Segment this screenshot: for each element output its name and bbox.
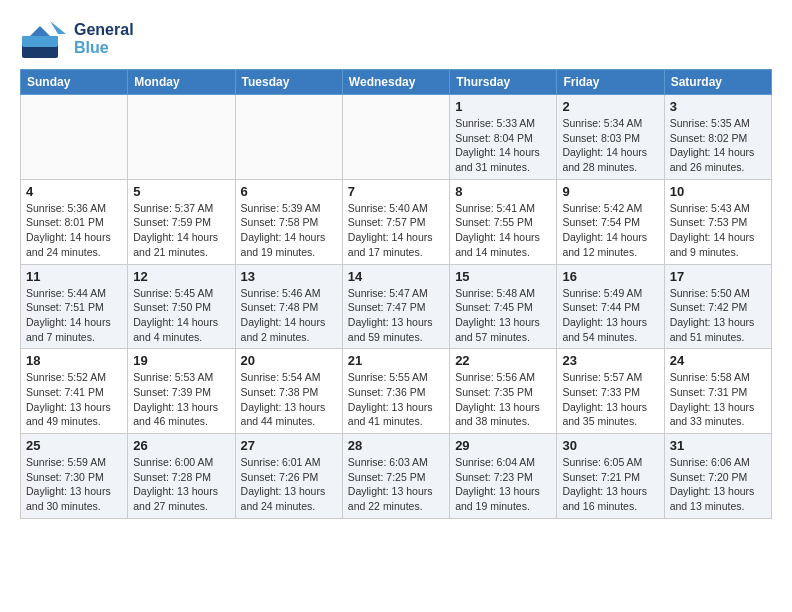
calendar-cell: 26Sunrise: 6:00 AM Sunset: 7:28 PM Dayli… — [128, 434, 235, 519]
day-header-sunday: Sunday — [21, 70, 128, 95]
logo-label: General Blue — [74, 21, 134, 56]
day-number: 9 — [562, 184, 658, 199]
day-header-friday: Friday — [557, 70, 664, 95]
week-row-2: 4Sunrise: 5:36 AM Sunset: 8:01 PM Daylig… — [21, 179, 772, 264]
day-info: Sunrise: 5:54 AM Sunset: 7:38 PM Dayligh… — [241, 370, 337, 429]
day-info: Sunrise: 5:47 AM Sunset: 7:47 PM Dayligh… — [348, 286, 444, 345]
day-number: 19 — [133, 353, 229, 368]
calendar-cell: 31Sunrise: 6:06 AM Sunset: 7:20 PM Dayli… — [664, 434, 771, 519]
calendar-cell: 10Sunrise: 5:43 AM Sunset: 7:53 PM Dayli… — [664, 179, 771, 264]
day-info: Sunrise: 5:50 AM Sunset: 7:42 PM Dayligh… — [670, 286, 766, 345]
svg-marker-2 — [50, 21, 66, 34]
calendar-cell: 17Sunrise: 5:50 AM Sunset: 7:42 PM Dayli… — [664, 264, 771, 349]
day-number: 25 — [26, 438, 122, 453]
calendar-cell: 6Sunrise: 5:39 AM Sunset: 7:58 PM Daylig… — [235, 179, 342, 264]
day-info: Sunrise: 6:01 AM Sunset: 7:26 PM Dayligh… — [241, 455, 337, 514]
logo-blue-text: Blue — [74, 39, 134, 57]
calendar-cell: 1Sunrise: 5:33 AM Sunset: 8:04 PM Daylig… — [450, 95, 557, 180]
calendar-cell: 5Sunrise: 5:37 AM Sunset: 7:59 PM Daylig… — [128, 179, 235, 264]
day-info: Sunrise: 5:45 AM Sunset: 7:50 PM Dayligh… — [133, 286, 229, 345]
day-number: 11 — [26, 269, 122, 284]
calendar-cell: 24Sunrise: 5:58 AM Sunset: 7:31 PM Dayli… — [664, 349, 771, 434]
day-info: Sunrise: 5:37 AM Sunset: 7:59 PM Dayligh… — [133, 201, 229, 260]
day-number: 17 — [670, 269, 766, 284]
day-info: Sunrise: 6:03 AM Sunset: 7:25 PM Dayligh… — [348, 455, 444, 514]
calendar-table: SundayMondayTuesdayWednesdayThursdayFrid… — [20, 69, 772, 519]
day-info: Sunrise: 5:48 AM Sunset: 7:45 PM Dayligh… — [455, 286, 551, 345]
day-info: Sunrise: 5:55 AM Sunset: 7:36 PM Dayligh… — [348, 370, 444, 429]
day-number: 12 — [133, 269, 229, 284]
day-info: Sunrise: 5:43 AM Sunset: 7:53 PM Dayligh… — [670, 201, 766, 260]
day-number: 8 — [455, 184, 551, 199]
day-number: 7 — [348, 184, 444, 199]
week-row-1: 1Sunrise: 5:33 AM Sunset: 8:04 PM Daylig… — [21, 95, 772, 180]
day-number: 23 — [562, 353, 658, 368]
day-number: 27 — [241, 438, 337, 453]
day-number: 2 — [562, 99, 658, 114]
day-info: Sunrise: 6:04 AM Sunset: 7:23 PM Dayligh… — [455, 455, 551, 514]
calendar-cell: 9Sunrise: 5:42 AM Sunset: 7:54 PM Daylig… — [557, 179, 664, 264]
day-header-wednesday: Wednesday — [342, 70, 449, 95]
day-info: Sunrise: 5:57 AM Sunset: 7:33 PM Dayligh… — [562, 370, 658, 429]
day-headers-row: SundayMondayTuesdayWednesdayThursdayFrid… — [21, 70, 772, 95]
calendar-cell: 4Sunrise: 5:36 AM Sunset: 8:01 PM Daylig… — [21, 179, 128, 264]
calendar-cell — [21, 95, 128, 180]
day-info: Sunrise: 5:56 AM Sunset: 7:35 PM Dayligh… — [455, 370, 551, 429]
day-info: Sunrise: 5:41 AM Sunset: 7:55 PM Dayligh… — [455, 201, 551, 260]
day-number: 28 — [348, 438, 444, 453]
calendar-cell: 7Sunrise: 5:40 AM Sunset: 7:57 PM Daylig… — [342, 179, 449, 264]
calendar-cell: 25Sunrise: 5:59 AM Sunset: 7:30 PM Dayli… — [21, 434, 128, 519]
day-header-thursday: Thursday — [450, 70, 557, 95]
calendar-cell: 27Sunrise: 6:01 AM Sunset: 7:26 PM Dayli… — [235, 434, 342, 519]
calendar-cell: 8Sunrise: 5:41 AM Sunset: 7:55 PM Daylig… — [450, 179, 557, 264]
day-info: Sunrise: 5:52 AM Sunset: 7:41 PM Dayligh… — [26, 370, 122, 429]
day-info: Sunrise: 5:35 AM Sunset: 8:02 PM Dayligh… — [670, 116, 766, 175]
day-number: 16 — [562, 269, 658, 284]
week-row-3: 11Sunrise: 5:44 AM Sunset: 7:51 PM Dayli… — [21, 264, 772, 349]
logo: General Blue — [20, 16, 134, 61]
calendar-cell: 22Sunrise: 5:56 AM Sunset: 7:35 PM Dayli… — [450, 349, 557, 434]
calendar-cell: 21Sunrise: 5:55 AM Sunset: 7:36 PM Dayli… — [342, 349, 449, 434]
calendar-cell: 15Sunrise: 5:48 AM Sunset: 7:45 PM Dayli… — [450, 264, 557, 349]
day-info: Sunrise: 5:44 AM Sunset: 7:51 PM Dayligh… — [26, 286, 122, 345]
calendar-cell: 23Sunrise: 5:57 AM Sunset: 7:33 PM Dayli… — [557, 349, 664, 434]
day-info: Sunrise: 5:40 AM Sunset: 7:57 PM Dayligh… — [348, 201, 444, 260]
day-number: 4 — [26, 184, 122, 199]
svg-marker-3 — [30, 26, 50, 36]
day-header-saturday: Saturday — [664, 70, 771, 95]
day-info: Sunrise: 5:42 AM Sunset: 7:54 PM Dayligh… — [562, 201, 658, 260]
week-row-5: 25Sunrise: 5:59 AM Sunset: 7:30 PM Dayli… — [21, 434, 772, 519]
day-number: 18 — [26, 353, 122, 368]
day-info: Sunrise: 5:58 AM Sunset: 7:31 PM Dayligh… — [670, 370, 766, 429]
day-number: 31 — [670, 438, 766, 453]
day-number: 29 — [455, 438, 551, 453]
day-info: Sunrise: 5:36 AM Sunset: 8:01 PM Dayligh… — [26, 201, 122, 260]
calendar-cell: 16Sunrise: 5:49 AM Sunset: 7:44 PM Dayli… — [557, 264, 664, 349]
calendar-cell: 2Sunrise: 5:34 AM Sunset: 8:03 PM Daylig… — [557, 95, 664, 180]
day-info: Sunrise: 6:00 AM Sunset: 7:28 PM Dayligh… — [133, 455, 229, 514]
day-info: Sunrise: 5:59 AM Sunset: 7:30 PM Dayligh… — [26, 455, 122, 514]
day-number: 10 — [670, 184, 766, 199]
header: General Blue — [20, 16, 772, 61]
day-number: 3 — [670, 99, 766, 114]
day-info: Sunrise: 5:53 AM Sunset: 7:39 PM Dayligh… — [133, 370, 229, 429]
day-number: 6 — [241, 184, 337, 199]
day-number: 15 — [455, 269, 551, 284]
day-number: 22 — [455, 353, 551, 368]
calendar-cell: 30Sunrise: 6:05 AM Sunset: 7:21 PM Dayli… — [557, 434, 664, 519]
calendar-cell: 12Sunrise: 5:45 AM Sunset: 7:50 PM Dayli… — [128, 264, 235, 349]
calendar-cell — [342, 95, 449, 180]
day-info: Sunrise: 5:39 AM Sunset: 7:58 PM Dayligh… — [241, 201, 337, 260]
day-header-monday: Monday — [128, 70, 235, 95]
day-info: Sunrise: 5:49 AM Sunset: 7:44 PM Dayligh… — [562, 286, 658, 345]
day-number: 21 — [348, 353, 444, 368]
day-number: 24 — [670, 353, 766, 368]
day-info: Sunrise: 6:06 AM Sunset: 7:20 PM Dayligh… — [670, 455, 766, 514]
day-info: Sunrise: 5:34 AM Sunset: 8:03 PM Dayligh… — [562, 116, 658, 175]
day-number: 14 — [348, 269, 444, 284]
day-header-tuesday: Tuesday — [235, 70, 342, 95]
calendar-cell: 13Sunrise: 5:46 AM Sunset: 7:48 PM Dayli… — [235, 264, 342, 349]
day-info: Sunrise: 5:33 AM Sunset: 8:04 PM Dayligh… — [455, 116, 551, 175]
calendar-cell: 11Sunrise: 5:44 AM Sunset: 7:51 PM Dayli… — [21, 264, 128, 349]
day-info: Sunrise: 6:05 AM Sunset: 7:21 PM Dayligh… — [562, 455, 658, 514]
